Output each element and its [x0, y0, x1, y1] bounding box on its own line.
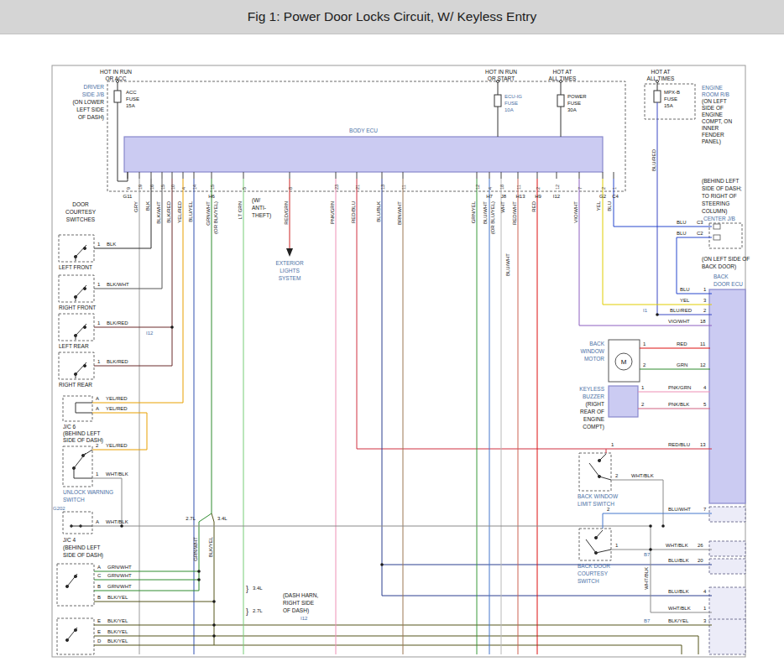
component-label: CENTER J/B: [703, 216, 735, 221]
motor-m-label: M: [621, 358, 627, 366]
pin-number: 12: [475, 185, 480, 190]
wire-color-label: BLU: [677, 220, 687, 225]
pin-label: 5: [703, 402, 707, 407]
pin-label: 18: [700, 319, 706, 324]
hot-label: HOT IN RUN: [485, 69, 517, 75]
junction-label: I1: [643, 308, 648, 313]
connector-box: [709, 619, 745, 654]
component-label: LEFT REAR: [59, 343, 89, 349]
center-jb-terminal: [713, 224, 720, 229]
center-jb-terminal: [713, 235, 720, 240]
pin-label: 1: [643, 341, 646, 346]
component-label: COURTESY: [578, 570, 609, 576]
component-label: J/C 6: [63, 424, 76, 430]
figure-title-bar: Fig 1: Power Door Locks Circuit, W/ Keyl…: [0, 0, 784, 34]
wire-color-label: RED: [677, 341, 687, 346]
component-label: J/C 4: [63, 537, 76, 543]
connector-label: B7: [644, 552, 651, 557]
wire-color-label: GRN/WHT: [193, 537, 198, 561]
hot-label: ALL TIMES: [647, 76, 676, 81]
location-label: (BEHIND LEFT: [702, 178, 739, 185]
location-label: REAR OF: [580, 409, 604, 414]
pin-label: 2: [641, 402, 645, 407]
wire-color-label: GRN: [677, 362, 687, 367]
pin-label: A: [97, 565, 101, 570]
pin-number: 5: [242, 187, 247, 190]
wire-color-label: YEL/RED: [106, 406, 128, 411]
wire-color-label: GRN/WHT: [107, 565, 132, 570]
note-label: ANTI-: [252, 205, 266, 211]
component-label: LIMIT SWITCH: [578, 501, 614, 507]
connector-label: H9: [535, 194, 541, 199]
wire-color-label: BLU/WHT: [668, 507, 691, 512]
wire-color-label: BLU/RED: [651, 148, 656, 171]
engine-variant-label: 3.4L: [217, 516, 227, 521]
pin-label: 1: [96, 471, 99, 477]
junction-label: I12: [301, 616, 308, 621]
wire-color-label: PNK/GRN: [330, 201, 335, 224]
jb-label: ENGINE: [702, 85, 724, 91]
fuse-label: FUSE: [504, 101, 518, 106]
wire-color-label: GRY: [133, 201, 139, 212]
mpxb-fuse-symbol: [654, 91, 661, 102]
pin-label: 2: [615, 473, 619, 478]
wire-color-label: BLU: [607, 201, 612, 211]
note-label: OF DASH): [283, 607, 309, 614]
wire-color-label: RED: [531, 201, 536, 211]
wire-color-label: BLK/YEL: [107, 638, 128, 643]
wire-color-label: RED/GRN: [284, 201, 289, 225]
fuse-label: 30A: [567, 107, 577, 112]
jb-label: PANEL): [702, 138, 721, 145]
wire-color-label: BLK/RED: [107, 359, 128, 364]
pin-number: 9: [126, 187, 131, 190]
note-label: THEFT): [252, 212, 271, 219]
fuse-label: FUSE: [567, 101, 581, 106]
wire-color-label: PNK/BLK: [668, 402, 689, 407]
pin-label: 4: [703, 385, 707, 390]
hot-label: OR START: [488, 76, 515, 81]
note-label: RIGHT SIDE: [283, 600, 315, 606]
wire-color-label: WHT/BLK: [631, 473, 654, 478]
jb-label: (ON LOWER: [72, 99, 104, 106]
pin-label: 2: [703, 308, 707, 313]
pin-label: 13: [700, 442, 706, 447]
wire-color-label: GRN/YEL: [471, 201, 476, 223]
component-label: UNLOCK WARNING: [63, 489, 113, 495]
component-label: DOOR ECU: [713, 281, 743, 287]
wire-grn-wht: [199, 513, 212, 522]
connector-label: C4: [612, 194, 619, 199]
component-label: MOTOR: [584, 356, 604, 362]
jb-label: (ON LEFT: [702, 98, 727, 105]
pin-label: 7: [703, 507, 707, 512]
brace-glyph: }: [246, 607, 248, 616]
wire-color-label: YEL: [680, 298, 690, 303]
wire-color-label: YEL: [596, 201, 601, 211]
hot-label: ALL TIMES: [549, 76, 578, 81]
wire-color-label: YEL/RED: [177, 201, 182, 222]
pin-label: E: [97, 629, 101, 634]
connector-label: I12: [553, 194, 561, 199]
hot-label: HOT IN RUN: [100, 69, 132, 75]
pin-label: D: [97, 638, 102, 643]
component-label: BACK: [713, 273, 729, 279]
pin-number: 21: [355, 185, 360, 190]
keyless-buzzer-box: [609, 386, 638, 417]
component-label: SWITCHES: [66, 216, 96, 222]
wire-color-label: BLU: [680, 287, 690, 292]
hot-label: OR ACC: [106, 76, 127, 81]
pin-label: 3: [703, 618, 707, 623]
engine-variant-label: 3.4L: [253, 586, 263, 591]
boxes: [57, 81, 745, 654]
pin-number: 11: [516, 185, 521, 190]
fuse-label: MPX-B: [664, 90, 680, 95]
wire-color-label: (OR BLU/YEL): [490, 201, 495, 234]
pin-number: 2: [601, 187, 606, 190]
pin-label: 3: [703, 298, 707, 303]
pin-label: 11: [700, 341, 706, 346]
wire-color-label: BLK: [107, 242, 116, 247]
connector-label: H7: [486, 194, 493, 199]
left-labels: DOOR COURTESY SWITCHES LEFT FRONT 1 BLK …: [53, 201, 154, 643]
connector-box: [709, 587, 745, 621]
wire-color-label: WHT/BLK: [668, 606, 691, 611]
junction-dots: [120, 313, 665, 638]
